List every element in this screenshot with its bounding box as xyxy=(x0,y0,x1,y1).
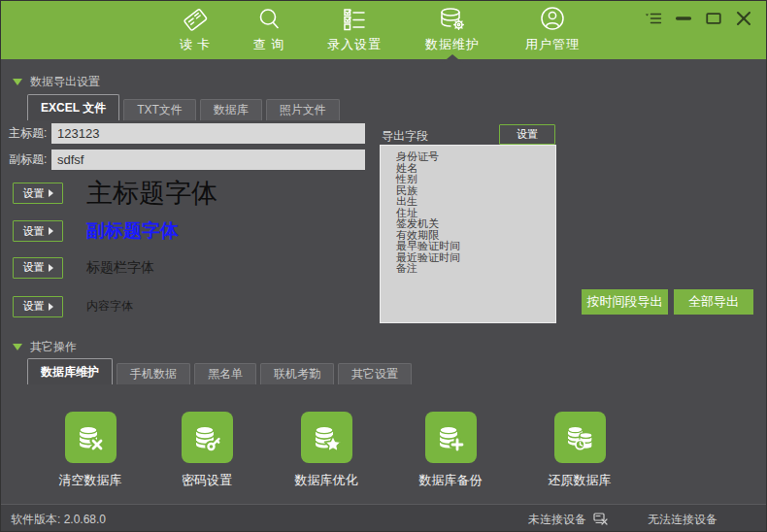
sub-title-input[interactable] xyxy=(51,150,365,170)
database-password-icon xyxy=(182,412,233,463)
arrow-right-icon xyxy=(49,303,53,311)
connection-status-text: 无法连接设备 xyxy=(648,512,717,528)
tab-txt-file[interactable]: TXT文件 xyxy=(123,99,196,120)
nav-label: 录入设置 xyxy=(327,36,382,53)
tab-excel-file[interactable]: EXCEL 文件 xyxy=(27,94,119,120)
tool-label: 还原数据库 xyxy=(549,472,612,489)
collapse-triangle-icon xyxy=(13,344,22,350)
nav-item-data-maintenance[interactable]: 数据维护 xyxy=(409,5,496,59)
search-icon xyxy=(255,5,283,34)
status-bar: 软件版本: 2.0.68.0 未连接设备 无法连接设备 xyxy=(1,504,767,531)
tab-mobile-data[interactable]: 手机数据 xyxy=(117,363,190,384)
header-bar-font-settings-button[interactable]: 设置 xyxy=(13,257,63,279)
user-management-icon xyxy=(539,5,566,34)
list-item[interactable]: 最近验证时间 xyxy=(396,252,555,264)
tab-online-attendance[interactable]: 联机考勤 xyxy=(260,363,334,384)
nav-item-read-card[interactable]: 读 卡 xyxy=(164,5,226,59)
export-section-header[interactable]: 数据导出设置 xyxy=(13,74,100,90)
maximize-icon[interactable] xyxy=(705,10,722,27)
main-title-input[interactable] xyxy=(51,123,365,144)
clear-database-tool[interactable]: 清空数据库 xyxy=(37,412,144,489)
export-tabstrip: EXCEL 文件 TXT文件 数据库 照片文件 xyxy=(27,94,344,120)
tab-other-settings[interactable]: 其它设置 xyxy=(338,363,412,384)
export-all-button[interactable]: 全部导出 xyxy=(674,289,753,315)
database-clear-icon xyxy=(65,412,117,463)
header-bar-font-row: 设置 标题栏字体 xyxy=(13,256,154,279)
arrow-right-icon xyxy=(49,264,53,272)
minimize-icon[interactable] xyxy=(675,10,692,27)
main-title-font-row: 设置 主标题字体 xyxy=(13,178,217,209)
card-reader-icon xyxy=(182,5,209,34)
menu-icon[interactable] xyxy=(645,10,662,27)
collapse-triangle-icon xyxy=(13,79,22,85)
tab-database-maintenance[interactable]: 数据库维护 xyxy=(27,358,113,384)
list-item[interactable]: 性别 xyxy=(396,174,555,185)
tool-label: 数据库优化 xyxy=(295,472,358,489)
nav-item-query[interactable]: 查 询 xyxy=(238,5,300,59)
export-by-time-button[interactable]: 按时间段导出 xyxy=(582,289,668,315)
database-backup-icon xyxy=(425,412,477,463)
password-settings-tool[interactable]: 密码设置 xyxy=(153,412,260,489)
device-disconnected-icon xyxy=(592,511,608,528)
database-optimize-icon xyxy=(301,412,352,463)
export-fields-label: 导出字段 xyxy=(382,128,428,145)
software-version-text: 软件版本: 2.0.68.0 xyxy=(11,512,106,528)
nav-label: 读 卡 xyxy=(180,36,212,53)
list-item[interactable]: 民族 xyxy=(396,185,555,197)
tool-label: 数据库备份 xyxy=(419,472,483,489)
header-bar-font-preview: 标题栏字体 xyxy=(86,259,154,277)
database-maintenance-icon xyxy=(438,5,467,34)
tab-database[interactable]: 数据库 xyxy=(200,99,262,120)
export-fields-settings-button[interactable]: 设置 xyxy=(499,124,555,145)
arrow-right-icon xyxy=(49,227,53,235)
sub-title-font-settings-button[interactable]: 设置 xyxy=(13,220,63,242)
nav-item-entry-settings[interactable]: 录入设置 xyxy=(312,5,397,59)
content-font-settings-button[interactable]: 设置 xyxy=(13,296,63,317)
restore-database-tool[interactable]: 还原数据库 xyxy=(526,412,633,489)
database-restore-icon xyxy=(554,412,606,463)
nav-label: 数据维护 xyxy=(425,36,480,53)
list-item[interactable]: 最早验证时间 xyxy=(396,241,555,252)
close-icon[interactable] xyxy=(735,10,752,27)
content-font-preview: 内容字体 xyxy=(86,298,133,315)
arrow-right-icon xyxy=(49,189,53,197)
nav-label: 查 询 xyxy=(253,36,285,53)
list-item[interactable]: 姓名 xyxy=(396,163,555,175)
nav-item-user-management[interactable]: 用户管理 xyxy=(508,5,597,59)
list-item[interactable]: 出生 xyxy=(396,196,555,208)
device-status-text: 未连接设备 xyxy=(528,512,586,528)
list-item[interactable]: 备注 xyxy=(396,263,555,275)
list-item[interactable]: 签发机关 xyxy=(396,218,555,230)
main-title-font-settings-button[interactable]: 设置 xyxy=(13,183,63,204)
main-title-label: 主标题: xyxy=(9,125,51,142)
other-tabstrip: 数据库维护 手机数据 黑名单 联机考勤 其它设置 xyxy=(27,358,416,384)
backup-database-tool[interactable]: 数据库备份 xyxy=(397,412,504,489)
device-status: 未连接设备 xyxy=(528,511,608,528)
main-title-row: 主标题: xyxy=(9,123,365,144)
export-fields-list[interactable]: 身份证号 姓名 性别 民族 出生 住址 签发机关 有效期限 最早验证时间 最近验… xyxy=(380,145,556,323)
tab-blacklist[interactable]: 黑名单 xyxy=(194,363,256,384)
other-section-header[interactable]: 其它操作 xyxy=(13,339,77,355)
sub-title-label: 副标题: xyxy=(9,151,51,168)
header-bar: 读 卡 查 询 xyxy=(1,1,767,59)
tool-label: 密码设置 xyxy=(182,472,232,489)
main-title-font-preview: 主标题字体 xyxy=(86,176,217,211)
section-title: 其它操作 xyxy=(30,339,77,355)
sub-title-row: 副标题: xyxy=(9,150,365,170)
section-title: 数据导出设置 xyxy=(30,74,100,90)
sub-title-font-preview: 副标题字体 xyxy=(86,218,179,244)
entry-settings-icon xyxy=(341,5,368,34)
nav-label: 用户管理 xyxy=(525,36,580,53)
window-controls xyxy=(645,10,752,27)
sub-title-font-row: 设置 副标题字体 xyxy=(13,218,179,244)
tool-label: 清空数据库 xyxy=(59,472,122,489)
content-font-row: 设置 内容字体 xyxy=(13,295,133,317)
list-item[interactable]: 身份证号 xyxy=(396,151,555,163)
optimize-database-tool[interactable]: 数据库优化 xyxy=(273,412,380,489)
tab-photo-file[interactable]: 照片文件 xyxy=(266,99,340,120)
app-window: 读 卡 查 询 xyxy=(0,0,767,532)
main-nav: 读 卡 查 询 xyxy=(164,5,597,59)
